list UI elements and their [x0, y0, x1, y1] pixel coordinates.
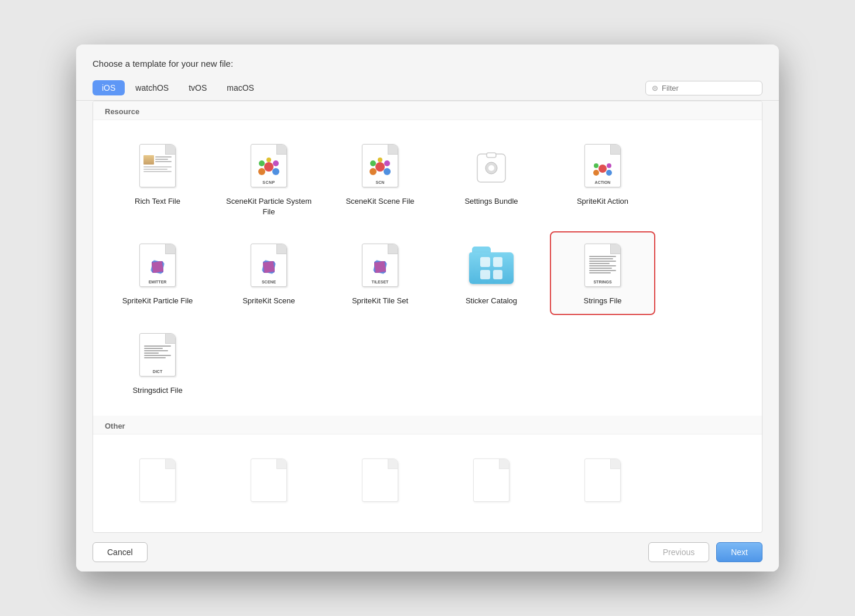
item-other-5[interactable]	[550, 446, 655, 519]
item-label-spritekit-tileset: SpriteKit Tile Set	[352, 296, 408, 306]
tab-ios[interactable]: iOS	[93, 80, 125, 95]
item-label-spritekit-scene: SpriteKit Scene	[242, 296, 295, 306]
rich-text-icon	[134, 140, 181, 191]
svg-rect-23	[152, 261, 164, 273]
section-resource-header: Resource	[93, 101, 762, 120]
action-icon: ACTION	[579, 140, 626, 191]
item-sticker-catalog[interactable]: Sticker Catalog	[439, 231, 544, 314]
svg-point-8	[384, 168, 391, 175]
svg-point-18	[606, 170, 612, 176]
svg-point-3	[259, 160, 265, 166]
item-strings-file[interactable]: STRINGS Strings File	[550, 231, 655, 314]
item-label-scenekit-particle: SceneKit Particle System File	[222, 196, 316, 217]
resource-items-grid: Rich Text File	[93, 120, 762, 416]
item-label-sticker-catalog: Sticker Catalog	[466, 296, 517, 306]
item-other-2[interactable]	[216, 446, 322, 519]
svg-point-1	[258, 168, 265, 175]
cancel-button[interactable]: Cancel	[93, 542, 148, 562]
svg-point-5	[266, 158, 271, 162]
item-other-4[interactable]	[439, 446, 544, 519]
item-label-settings-bundle: Settings Bundle	[464, 196, 518, 207]
item-other-1[interactable]	[105, 446, 210, 519]
svg-point-11	[378, 158, 382, 162]
template-dialog: Choose a template for your new file: iOS…	[76, 45, 779, 571]
svg-point-20	[607, 163, 611, 168]
tab-tvos[interactable]: tvOS	[179, 80, 216, 95]
strings-file-icon: STRINGS	[579, 239, 626, 291]
svg-point-19	[594, 163, 598, 168]
svg-rect-26	[263, 261, 275, 273]
item-scenekit-particle[interactable]: SCNP SceneKit Particle System File	[216, 132, 322, 225]
content-area: Resource	[93, 101, 762, 533]
settings-bundle-icon	[468, 140, 515, 191]
filter-icon: ⊜	[652, 84, 658, 93]
svg-rect-15	[487, 153, 496, 158]
item-other-3[interactable]	[327, 446, 433, 519]
other-items-grid	[93, 434, 762, 531]
item-rich-text[interactable]: Rich Text File	[105, 132, 210, 225]
item-scenekit-scene[interactable]: SCN SceneKit Scene File	[327, 132, 433, 225]
item-settings-bundle[interactable]: Settings Bundle	[439, 132, 544, 225]
dict-icon: DICT	[134, 329, 181, 381]
item-spritekit-action[interactable]: ACTION SpriteKit Action	[550, 132, 655, 225]
item-label-spritekit-particle-file: SpriteKit Particle File	[122, 296, 193, 306]
item-label-scenekit-scene: SceneKit Scene File	[346, 196, 414, 207]
dialog-title: Choose a template for your new file:	[76, 45, 779, 76]
item-spritekit-scene-file[interactable]: SCENE SpriteKit Scene	[216, 231, 322, 314]
item-stringsdict-file[interactable]: DICT Stringsdict File	[105, 321, 210, 404]
item-label-strings-file: Strings File	[583, 296, 621, 306]
svg-point-6	[375, 162, 385, 172]
tab-macos[interactable]: macOS	[217, 80, 264, 95]
section-other-header: Other	[93, 416, 762, 434]
item-label-stringsdict-file: Stringsdict File	[132, 385, 182, 396]
svg-point-16	[598, 165, 607, 173]
blank-doc-icon-3	[357, 454, 403, 506]
blank-doc-icon-2	[245, 454, 292, 506]
tab-bar: iOS watchOS tvOS macOS ⊜	[76, 76, 779, 101]
next-button[interactable]: Next	[716, 542, 762, 562]
filter-input-wrap: ⊜	[645, 81, 762, 95]
sticker-catalog-icon	[468, 239, 515, 291]
item-spritekit-particle-file[interactable]: EMITTER SpriteKit Particle File	[105, 231, 210, 314]
item-spritekit-tileset[interactable]: TILESET SpriteKit Tile Set	[327, 231, 433, 314]
item-label-rich-text: Rich Text File	[135, 196, 180, 207]
svg-point-0	[264, 162, 273, 172]
svg-point-4	[273, 160, 279, 166]
svg-point-17	[593, 170, 599, 176]
blank-doc-icon-1	[134, 454, 181, 506]
emitter-icon: EMITTER	[134, 239, 181, 291]
svg-point-9	[370, 160, 376, 166]
tab-watchos[interactable]: watchOS	[126, 80, 178, 95]
blank-doc-icon-5	[579, 454, 626, 506]
previous-button[interactable]: Previous	[648, 542, 709, 562]
svg-point-7	[370, 168, 377, 175]
bottom-bar: Cancel Previous Next	[76, 533, 779, 571]
svg-rect-29	[374, 261, 387, 273]
item-label-spritekit-action: SpriteKit Action	[577, 196, 628, 207]
scnp-icon: SCNP	[245, 140, 292, 191]
svg-point-14	[488, 165, 494, 171]
scene-icon: SCENE	[245, 239, 292, 291]
filter-input[interactable]	[662, 84, 756, 93]
blank-doc-icon-4	[468, 454, 515, 506]
tileset-icon: TILESET	[357, 239, 403, 291]
scn-icon: SCN	[357, 140, 403, 191]
svg-point-10	[384, 160, 390, 166]
svg-point-2	[272, 168, 279, 175]
